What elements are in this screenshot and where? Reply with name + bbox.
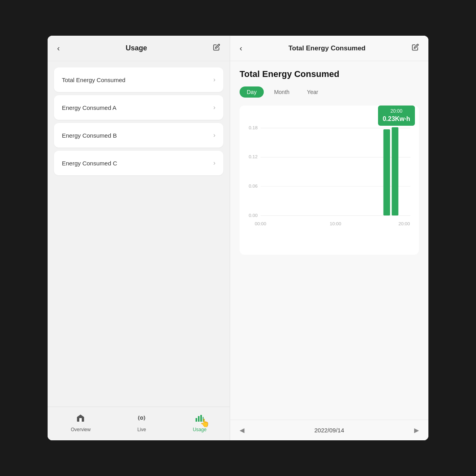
chart-svg-container: 0.18 0.12 0.06 0.00 — [246, 112, 413, 248]
chart-wrapper: 20:00 0.23Kw·h 0.18 0.12 0.06 0.00 — [240, 106, 419, 255]
left-title: Usage — [126, 44, 147, 52]
chevron-right-icon: › — [213, 104, 215, 111]
svg-rect-2 — [198, 416, 200, 422]
menu-item-label: Energy Consumed C — [62, 160, 117, 167]
left-header: ‹ Usage — [48, 36, 230, 61]
tab-year[interactable]: Year — [300, 86, 325, 98]
svg-text:0.06: 0.06 — [249, 184, 257, 188]
period-tabs: Day Month Year — [240, 86, 419, 98]
right-back-button[interactable]: ‹ — [240, 44, 242, 53]
right-content: Total Energy Consumed Day Month Year 20:… — [230, 61, 428, 420]
cursor-icon: 👆 — [200, 418, 210, 428]
svg-text:0.00: 0.00 — [249, 213, 257, 218]
chevron-right-icon: › — [213, 159, 215, 167]
menu-item-total-energy[interactable]: Total Energy Consumed › — [54, 67, 223, 92]
menu-item-label: Energy Consumed B — [62, 132, 117, 139]
menu-list: Total Energy Consumed › Energy Consumed … — [48, 61, 230, 407]
svg-rect-1 — [196, 418, 197, 422]
nav-label-overview: Overview — [71, 427, 90, 432]
live-icon — [137, 413, 146, 425]
menu-item-energy-c[interactable]: Energy Consumed C › — [54, 151, 223, 175]
svg-text:00:00: 00:00 — [255, 221, 266, 226]
right-panel: ‹ Total Energy Consumed Total Energy Con… — [230, 36, 428, 440]
svg-text:20:00: 20:00 — [399, 221, 410, 226]
svg-rect-14 — [392, 127, 399, 216]
bottom-nav: Overview Live — [48, 407, 230, 440]
menu-item-energy-b[interactable]: Energy Consumed B › — [54, 123, 223, 148]
nav-item-overview[interactable]: Overview — [71, 413, 90, 432]
left-panel: ‹ Usage Total Energy Consumed › Energy C… — [48, 36, 230, 440]
right-header: ‹ Total Energy Consumed — [230, 36, 428, 61]
right-edit-icon[interactable] — [412, 44, 419, 53]
date-next-button[interactable]: ▶ — [414, 426, 419, 434]
nav-item-live[interactable]: Live — [137, 413, 146, 432]
date-display: 2022/09/14 — [314, 427, 344, 434]
svg-point-0 — [140, 417, 143, 419]
usage-icon: 👆 — [195, 413, 204, 425]
svg-text:0.18: 0.18 — [249, 125, 257, 130]
tab-day[interactable]: Day — [240, 86, 264, 98]
home-icon — [76, 413, 85, 425]
svg-text:0.12: 0.12 — [249, 155, 257, 159]
menu-item-energy-a[interactable]: Energy Consumed A › — [54, 95, 223, 120]
chart-title: Total Energy Consumed — [240, 69, 419, 79]
nav-item-usage[interactable]: 👆 Usage — [193, 413, 207, 432]
left-back-button[interactable]: ‹ — [57, 44, 60, 53]
nav-label-usage: Usage — [193, 427, 207, 432]
chevron-right-icon: › — [213, 132, 215, 139]
svg-rect-13 — [384, 129, 390, 215]
menu-item-label: Energy Consumed A — [62, 104, 117, 111]
left-edit-icon[interactable] — [213, 44, 220, 53]
chevron-right-icon: › — [213, 76, 215, 83]
svg-text:10:00: 10:00 — [330, 221, 341, 226]
nav-label-live: Live — [137, 427, 146, 432]
date-prev-button[interactable]: ◀ — [240, 426, 244, 434]
date-nav: ◀ 2022/09/14 ▶ — [230, 420, 428, 440]
right-title: Total Energy Consumed — [288, 44, 365, 52]
tab-month[interactable]: Month — [267, 86, 297, 98]
menu-item-label: Total Energy Consumed — [62, 77, 125, 83]
